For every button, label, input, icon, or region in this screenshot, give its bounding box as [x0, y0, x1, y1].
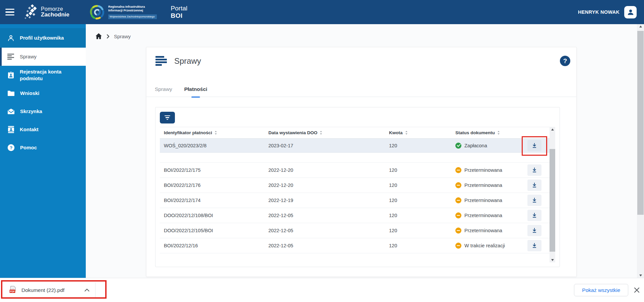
- user-icon: [7, 35, 14, 42]
- page-scroll-down-icon[interactable]: [637, 274, 644, 276]
- griffin-icon: [24, 4, 37, 20]
- table-row[interactable]: WOŚ_020/2023/2/82023-02-17120Zapłacona: [160, 139, 550, 153]
- page-scroll-up-icon[interactable]: [637, 26, 644, 28]
- scroll-up-arrow-icon[interactable]: [550, 127, 555, 132]
- brand-line-1: Pomorze: [41, 6, 69, 12]
- status-label: Przeterminowana: [464, 198, 502, 203]
- amount: 120: [389, 143, 455, 148]
- table-header-row: Identyfikator płatnościData wystawienia …: [160, 127, 550, 139]
- show-all-downloads-button[interactable]: Pokaż wszystkie: [574, 284, 628, 296]
- pomorze-zachodnie-logo[interactable]: Pomorze Zachodnie: [24, 4, 69, 20]
- table-row[interactable]: BOI/2022/12/162022-12-05120W trakcie rea…: [160, 238, 550, 253]
- download-document-button[interactable]: [527, 140, 541, 151]
- payment-id: DOO/2022/12/108/BOI: [160, 213, 268, 218]
- status-label: W trakcie realizacji: [464, 243, 505, 248]
- scroll-down-arrow-icon[interactable]: [550, 257, 555, 262]
- inbox-icon: [7, 108, 15, 114]
- riip-line-1: Regionalna Infrastruktura: [108, 5, 157, 9]
- status-pending-minus-icon: [455, 167, 461, 173]
- page-scrollbar-thumb[interactable]: [637, 31, 644, 215]
- home-icon[interactable]: [95, 33, 102, 40]
- table-scrollbar-thumb[interactable]: [550, 149, 555, 252]
- svg-text:PDF: PDF: [10, 290, 15, 292]
- download-document-button[interactable]: [527, 180, 541, 191]
- sidebar-item-wnioski[interactable]: Wnioski: [0, 84, 86, 102]
- column-label: Kwota: [389, 130, 403, 135]
- download-bar: PDF Dokument (22).pdf Pokaż wszystkie: [0, 278, 644, 302]
- svg-text:?: ?: [10, 145, 12, 150]
- status-label: Przeterminowana: [464, 167, 502, 173]
- doo-issue-date: 2022-12-20: [268, 167, 389, 173]
- column-header-1[interactable]: Data wystawienia DOO: [268, 130, 389, 135]
- column-header-2[interactable]: Kwota: [389, 130, 455, 135]
- page-scrollbar[interactable]: [637, 24, 644, 278]
- portal-word: Portal: [171, 5, 188, 12]
- status-label: Przeterminowana: [464, 213, 502, 218]
- list-icon: [155, 56, 167, 65]
- column-label: Data wystawienia DOO: [268, 130, 317, 135]
- badge-icon: [7, 71, 14, 79]
- sidebar-item-rejestracja-konta-podmiotu[interactable]: Rejestracja konta podmiotu: [0, 66, 86, 84]
- document-status: Przeterminowana: [455, 212, 519, 218]
- amount: 120: [389, 243, 455, 248]
- table-row[interactable]: DOO/2022/12/108/BOI2022-12-05120Przeterm…: [160, 208, 550, 223]
- sidebar-item-kontakt[interactable]: Kontakt: [0, 120, 86, 139]
- close-download-bar-icon[interactable]: [634, 287, 640, 293]
- help-button[interactable]: ?: [560, 56, 570, 66]
- page-title: Sprawy: [174, 56, 201, 66]
- sidebar-item-pomoc[interactable]: ?Pomoc: [0, 139, 86, 157]
- document-status: Przeterminowana: [455, 167, 519, 173]
- actions-cell: [519, 225, 550, 236]
- sidebar-item-skrzynka[interactable]: Skrzynka: [0, 102, 86, 120]
- download-document-button[interactable]: [527, 225, 541, 236]
- table-row[interactable]: DOO/2022/12/105/BOI2022-12-05120Przeterm…: [160, 223, 550, 238]
- user-avatar[interactable]: [624, 6, 637, 18]
- sidebar-item-profil-użytkownika[interactable]: Profil użytkownika: [0, 28, 86, 48]
- tab-sprawy[interactable]: Sprawy: [151, 84, 176, 97]
- doo-issue-date: 2023-02-17: [268, 143, 389, 148]
- tab-platnosci[interactable]: Płatności: [181, 84, 211, 97]
- contact-icon: [7, 126, 14, 133]
- amount: 120: [389, 183, 455, 188]
- column-header-3[interactable]: Status dokumentu: [455, 130, 519, 135]
- column-header-0[interactable]: Identyfikator płatności: [160, 130, 268, 135]
- table-row[interactable]: BOI/2022/12/1762022-12-20120Przeterminow…: [160, 178, 550, 193]
- downloaded-file-name: Dokument (22).pdf: [21, 287, 64, 293]
- download-icon: [532, 167, 537, 173]
- table-row[interactable]: BOI/2022/12/1752022-12-20120Przeterminow…: [160, 163, 550, 178]
- download-icon: [532, 213, 537, 218]
- column-label: Status dokumentu: [455, 130, 495, 135]
- table-row[interactable]: BOI/2022/12/1742022-12-19120Przeterminow…: [160, 193, 550, 208]
- downloaded-file-chip[interactable]: PDF Dokument (22).pdf: [0, 278, 95, 302]
- riip-line-3: Województwa Zachodniopomorskiego: [108, 14, 157, 19]
- status-label: Przeterminowana: [464, 183, 502, 188]
- status-label: Przeterminowana: [464, 228, 502, 233]
- brand-line-2: Zachodnie: [41, 12, 69, 18]
- tabs: Sprawy Płatności: [151, 84, 211, 97]
- person-icon: [627, 8, 635, 16]
- tabs-divider: [146, 97, 576, 97]
- download-document-button[interactable]: [527, 195, 541, 206]
- sprawy-card: Sprawy ? Sprawy Płatności Identyfikator …: [146, 47, 577, 277]
- filter-button[interactable]: [160, 112, 175, 123]
- actions-cell: [519, 180, 550, 191]
- download-document-button[interactable]: [527, 164, 541, 176]
- amount: 120: [389, 228, 455, 233]
- main-content: Sprawy Sprawy ? Sprawy Płatności: [86, 24, 644, 278]
- status-paid-check-icon: [455, 143, 461, 149]
- status-pending-minus-icon: [455, 197, 461, 203]
- menu-toggle-icon[interactable]: [5, 9, 14, 15]
- riip-logo[interactable]: Regionalna Infrastruktura Informacji Prz…: [89, 5, 157, 20]
- payment-id: DOO/2022/12/105/BOI: [160, 228, 268, 233]
- download-icon: [532, 243, 537, 248]
- riip-wordmark: Regionalna Infrastruktura Informacji Prz…: [108, 5, 157, 19]
- table-scrollbar[interactable]: [550, 127, 555, 262]
- pomorze-zachodnie-wordmark: Pomorze Zachodnie: [41, 6, 69, 18]
- download-document-button[interactable]: [527, 210, 541, 221]
- sort-icon: [405, 131, 408, 135]
- chevron-up-icon[interactable]: [84, 289, 89, 292]
- sidebar: Profil użytkownikaSprawyRejestracja kont…: [0, 24, 86, 278]
- sidebar-item-sprawy[interactable]: Sprawy: [0, 48, 86, 66]
- download-bar-actions: Pokaż wszystkie: [574, 284, 644, 296]
- download-document-button[interactable]: [527, 240, 541, 251]
